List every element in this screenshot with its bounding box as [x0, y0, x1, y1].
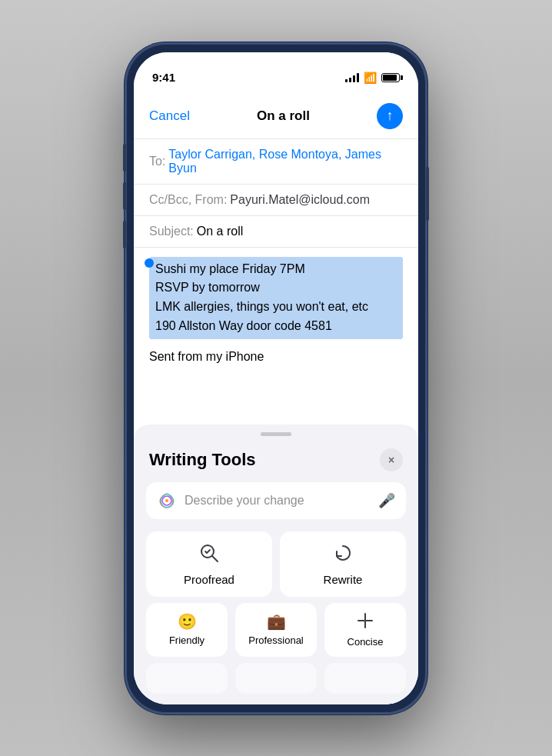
status-icons: 📶: [345, 72, 400, 84]
extra-button-3: [324, 663, 406, 694]
send-button[interactable]: ↑: [377, 103, 403, 129]
ai-icon: [157, 491, 177, 511]
cancel-button[interactable]: Cancel: [149, 108, 190, 124]
body-line-4: 190 Allston Way door code 4581: [155, 317, 397, 336]
describe-change-placeholder: Describe your change: [185, 494, 371, 508]
phone-frame: 9:41 📶 Cancel On a roll ↑: [126, 44, 426, 713]
professional-label: Professional: [248, 634, 304, 646]
rewrite-button[interactable]: Rewrite: [280, 531, 406, 597]
writing-tools-extra-row: [134, 663, 418, 697]
subject-label: Subject:: [149, 225, 194, 238]
body-line-3: LMK allergies, things you won't eat, etc: [155, 298, 397, 317]
email-compose: Cancel On a roll ↑ To: Taylor Carrigan, …: [134, 92, 418, 704]
professional-icon: 💼: [267, 612, 286, 631]
proofread-button[interactable]: Proofread: [146, 531, 272, 597]
selection-handle-start: [145, 258, 154, 268]
wifi-icon: 📶: [364, 72, 377, 84]
rewrite-label: Rewrite: [324, 573, 363, 586]
writing-tools-tone-buttons: 🙂 Friendly 💼 Professional: [134, 603, 418, 663]
svg-point-1: [165, 499, 168, 502]
nav-title: On a roll: [257, 108, 310, 124]
battery-icon: [381, 73, 400, 82]
friendly-label: Friendly: [169, 634, 205, 646]
to-label: To:: [149, 155, 165, 168]
signal-bars-icon: [345, 73, 359, 82]
sheet-handle: [261, 432, 291, 436]
close-button[interactable]: ×: [380, 448, 403, 471]
cc-value: Payuri.Matel@icloud.com: [230, 193, 370, 207]
extra-button-2: [235, 663, 317, 694]
cc-field[interactable]: Cc/Bcc, From: Payuri.Matel@icloud.com: [134, 185, 418, 216]
subject-value: On a roll: [197, 225, 243, 238]
proofread-icon: [198, 542, 220, 568]
status-bar: 9:41 📶: [134, 52, 418, 92]
concise-icon: [357, 612, 374, 632]
signature: Sent from my iPhone: [149, 350, 403, 364]
email-body[interactable]: Sushi my place Friday 7PM RSVP by tomorr…: [134, 248, 418, 425]
describe-change-input[interactable]: Describe your change 🎤: [146, 482, 406, 519]
rewrite-icon: [332, 542, 354, 568]
to-field[interactable]: To: Taylor Carrigan, Rose Montoya, James…: [134, 139, 418, 185]
phone-screen: 9:41 📶 Cancel On a roll ↑: [134, 52, 418, 704]
friendly-button[interactable]: 🙂 Friendly: [146, 603, 228, 657]
extra-button-1: [146, 663, 228, 694]
writing-tools-title: Writing Tools: [149, 450, 256, 470]
writing-tools-header: Writing Tools ×: [134, 448, 418, 482]
to-value: Taylor Carrigan, Rose Montoya, James Byu…: [168, 148, 403, 175]
send-arrow-icon: ↑: [386, 108, 393, 122]
concise-label: Concise: [347, 636, 384, 648]
svg-line-3: [212, 556, 218, 561]
nav-bar: Cancel On a roll ↑: [134, 92, 418, 139]
body-line-2: RSVP by tomorrow: [155, 278, 397, 298]
writing-tools-panel: Writing Tools × Describe your change: [134, 425, 418, 704]
professional-button[interactable]: 💼 Professional: [235, 603, 317, 657]
proofread-label: Proofread: [184, 573, 234, 586]
writing-tools-main-buttons: Proofread Rewrite: [134, 531, 418, 603]
cc-label: Cc/Bcc, From:: [149, 193, 227, 207]
microphone-icon[interactable]: 🎤: [378, 492, 395, 509]
status-time: 9:41: [152, 71, 175, 84]
concise-button[interactable]: Concise: [324, 603, 406, 657]
body-line-1: Sushi my place Friday 7PM: [155, 260, 397, 279]
subject-field[interactable]: Subject: On a roll: [134, 216, 418, 248]
friendly-icon: 🙂: [178, 612, 197, 631]
